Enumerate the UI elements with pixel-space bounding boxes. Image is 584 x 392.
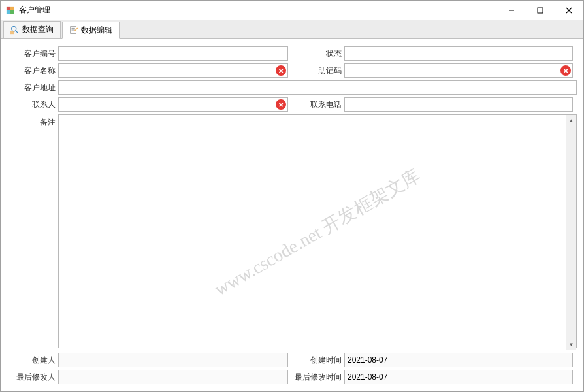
phone-input[interactable]	[344, 97, 573, 112]
tab-data-edit[interactable]: 数据编辑	[62, 22, 120, 39]
label-phone: 联系电话	[293, 99, 344, 110]
create-time-input[interactable]	[344, 353, 573, 367]
modifier-input[interactable]	[58, 370, 288, 384]
svg-rect-10	[10, 31, 14, 33]
remark-textarea[interactable]	[58, 114, 577, 348]
clear-icon[interactable]: ✕	[560, 65, 571, 76]
customer-name-input[interactable]	[58, 63, 288, 78]
svg-rect-1	[10, 6, 14, 9]
scrollbar[interactable]: ▲ ▼	[566, 115, 576, 350]
svg-rect-2	[7, 10, 10, 14]
label-customer-no: 客户编号	[7, 48, 58, 59]
label-creator: 创建人	[7, 355, 58, 366]
label-create-time: 创建时间	[293, 355, 344, 366]
label-contact: 联系人	[7, 99, 58, 110]
svg-rect-3	[10, 10, 14, 14]
label-modifier: 最后修改人	[7, 372, 58, 383]
creator-input[interactable]	[58, 353, 288, 367]
scroll-down-icon[interactable]: ▼	[567, 339, 576, 350]
svg-rect-5	[538, 8, 543, 13]
label-customer-name: 客户名称	[7, 65, 58, 76]
label-status: 状态	[293, 48, 344, 59]
edit-icon	[69, 25, 78, 35]
label-remark: 备注	[7, 114, 58, 350]
modify-time-input[interactable]	[344, 370, 573, 384]
address-input[interactable]	[58, 80, 577, 95]
tab-data-query[interactable]: 数据查询	[3, 21, 61, 38]
mnemonic-input[interactable]	[344, 63, 573, 78]
window-root: 客户管理 数据查询 数据编辑 客户编号 状态 客户名称✕ 助记码✕ 客户地址	[0, 0, 584, 392]
customer-no-input[interactable]	[58, 46, 288, 61]
close-button[interactable]	[555, 1, 583, 20]
svg-point-8	[12, 26, 16, 31]
tab-bar: 数据查询 数据编辑	[1, 20, 583, 39]
label-address: 客户地址	[7, 82, 58, 93]
window-buttons	[497, 1, 583, 20]
maximize-button[interactable]	[526, 1, 555, 20]
clear-icon[interactable]: ✕	[276, 65, 286, 76]
clear-icon[interactable]: ✕	[276, 99, 286, 110]
window-title: 客户管理	[19, 5, 497, 16]
svg-rect-0	[7, 6, 10, 9]
contact-input[interactable]	[58, 97, 288, 112]
scroll-up-icon[interactable]: ▲	[567, 115, 576, 125]
svg-line-9	[16, 30, 18, 33]
tab-label: 数据编辑	[81, 25, 112, 36]
search-icon	[10, 25, 20, 35]
form-panel: 客户编号 状态 客户名称✕ 助记码✕ 客户地址 联系人✕ 联系电话 备注 ▲ ▼…	[1, 39, 583, 391]
status-input[interactable]	[344, 46, 573, 61]
minimize-button[interactable]	[497, 1, 526, 20]
label-mnemonic: 助记码	[293, 65, 344, 76]
titlebar: 客户管理	[1, 1, 583, 20]
app-icon	[6, 6, 15, 15]
tab-label: 数据查询	[22, 24, 54, 35]
label-modify-time: 最后修改时间	[293, 372, 344, 383]
